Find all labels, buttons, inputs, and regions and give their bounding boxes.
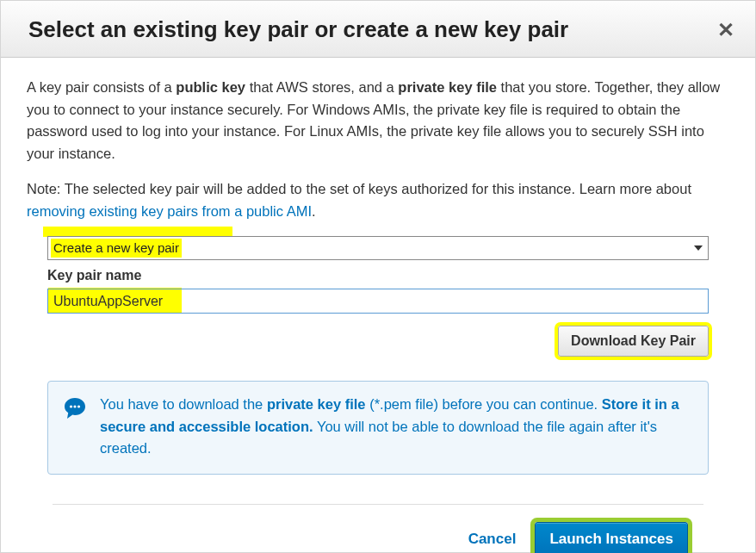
description-paragraph: A key pair consists of a public key that… bbox=[27, 77, 729, 165]
text: that AWS stores, and a bbox=[245, 79, 398, 95]
info-alert: You have to download the private key fil… bbox=[47, 381, 709, 475]
cancel-button[interactable]: Cancel bbox=[468, 528, 517, 550]
modal-header: Select an existing key pair or create a … bbox=[1, 1, 755, 58]
svg-point-0 bbox=[70, 406, 72, 408]
form-area: Create a new key pair Key pair name Down… bbox=[27, 236, 729, 474]
modal-body: A key pair consists of a public key that… bbox=[1, 58, 755, 553]
keypair-modal: Select an existing key pair or create a … bbox=[0, 0, 756, 553]
chevron-down-icon bbox=[694, 245, 703, 251]
text-bold: private key file bbox=[267, 396, 366, 412]
launch-instances-button[interactable]: Launch Instances bbox=[535, 522, 688, 553]
modal-footer: Cancel Launch Instances bbox=[53, 504, 703, 553]
text: Note: The selected key pair will be adde… bbox=[27, 181, 691, 196]
modal-title: Select an existing key pair or create a … bbox=[28, 16, 568, 43]
download-keypair-button[interactable]: Download Key Pair bbox=[558, 326, 709, 357]
remove-keypairs-link[interactable]: removing existing key pairs from a publi… bbox=[27, 203, 312, 219]
download-row: Download Key Pair bbox=[47, 326, 709, 357]
keypair-name-wrap bbox=[47, 287, 709, 314]
close-icon[interactable]: ✕ bbox=[717, 20, 734, 40]
text-bold: public key bbox=[176, 79, 245, 95]
keypair-action-select[interactable]: Create a new key pair bbox=[47, 236, 709, 260]
speech-bubble-icon bbox=[62, 395, 88, 460]
text-bold: private key file bbox=[398, 79, 497, 95]
keypair-name-input[interactable] bbox=[47, 289, 709, 314]
text: A key pair consists of a bbox=[27, 79, 176, 95]
svg-point-1 bbox=[73, 406, 76, 408]
keypair-name-label: Key pair name bbox=[47, 265, 709, 287]
select-value: Create a new key pair bbox=[51, 239, 182, 258]
text: (*.pem file) before you can continue. bbox=[366, 396, 602, 412]
note-paragraph: Note: The selected key pair will be adde… bbox=[27, 178, 729, 222]
info-text: You have to download the private key fil… bbox=[100, 394, 694, 460]
text: You have to download the bbox=[100, 396, 267, 412]
svg-point-2 bbox=[77, 406, 80, 408]
text: . bbox=[312, 203, 316, 219]
